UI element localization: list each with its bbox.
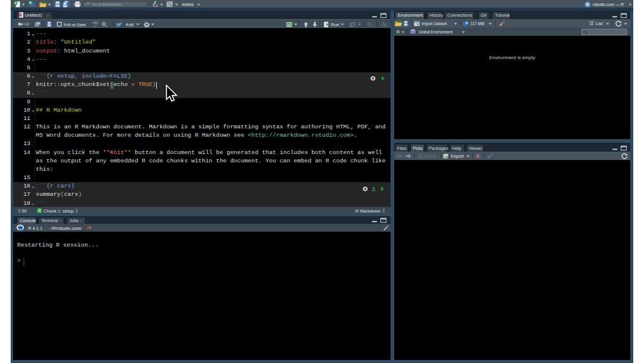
svg-text:R: R [586,2,590,7]
svg-text:ABC: ABC [92,21,99,24]
svg-text:R: R [18,226,23,232]
svg-text:c: c [288,23,290,27]
